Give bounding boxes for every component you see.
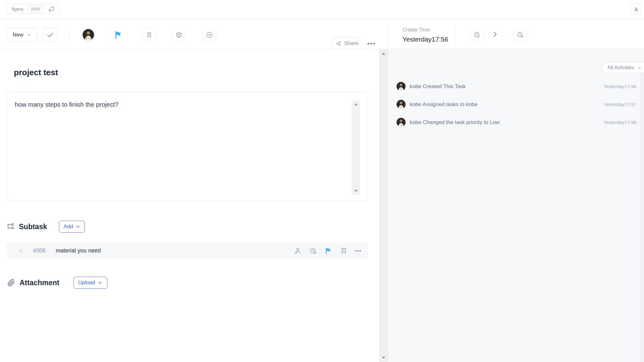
status-label: New (13, 32, 23, 38)
activities-panel: All Activities 24 kobe Created This Task… (388, 49, 644, 362)
clock-start-icon (473, 31, 481, 38)
subtask-checkbox[interactable] (19, 249, 23, 253)
top-tab-bar: figma #005 (0, 0, 644, 20)
more-actions-button[interactable] (365, 39, 377, 48)
upload-attachment-button[interactable]: Upload (73, 277, 107, 289)
create-time-label: Create Time (402, 27, 430, 33)
activity-avatar: 24 (396, 118, 406, 127)
bookmark-tag-button[interactable] (142, 27, 157, 42)
clock-pause-icon (516, 31, 524, 38)
main-scrollbar[interactable] (379, 49, 388, 362)
end-time-button[interactable] (513, 28, 527, 42)
subtask-row[interactable]: #006 material you need (7, 243, 368, 258)
subtask-tree-icon (6, 223, 14, 231)
bookmark-minus-icon[interactable] (340, 247, 347, 254)
task-breadcrumb-chip[interactable]: figma #005 (7, 4, 60, 14)
ellipsis-icon (355, 250, 356, 252)
share-icon (336, 41, 341, 46)
activity-row: 24 kobe Assigned tasks to kobe Yesterday… (389, 100, 644, 109)
project-name: figma (12, 6, 23, 12)
jersey-number: 24 (87, 37, 90, 40)
start-time-button[interactable] (470, 28, 484, 42)
upload-label: Upload (78, 280, 95, 286)
task-id-badge: #005 (27, 6, 44, 12)
activities-scrollbar[interactable] (640, 73, 644, 362)
bookmark-minus-icon (146, 31, 153, 38)
scroll-up-arrow-icon[interactable] (382, 53, 385, 55)
add-label: Add (64, 223, 73, 230)
ellipsis-icon (368, 43, 369, 44)
panel-header: Create Time Yesterday17:56 (388, 20, 644, 49)
version-button[interactable] (202, 27, 217, 42)
version-circle-icon (206, 31, 213, 39)
svg-text:24: 24 (400, 88, 402, 90)
create-time-value: Yesterday17:56 (402, 36, 448, 43)
subtask-title[interactable]: material you need (56, 247, 101, 254)
activity-avatar: 24 (396, 82, 406, 91)
collapse-arrow-icon (633, 6, 639, 12)
subtask-heading: Subtask (19, 223, 47, 231)
activity-row: 24 kobe Changed the task priority to Low… (389, 118, 644, 127)
complete-task-button[interactable] (43, 28, 57, 42)
svg-text:24: 24 (400, 106, 402, 108)
assign-user-icon[interactable] (294, 247, 301, 255)
task-title[interactable]: project test (14, 68, 58, 77)
description-text: how many steps to finish the project? (15, 101, 118, 108)
priority-flag-icon[interactable] (325, 247, 332, 255)
subtask-id: #006 (33, 247, 46, 254)
chevron-down-icon (98, 280, 102, 285)
activities-filter-label: All Activities (607, 65, 634, 71)
checkmark-icon (47, 31, 54, 38)
activity-text: kobe Changed the task priority to Low (410, 119, 499, 126)
toolbar-divider (69, 28, 69, 41)
activity-text: kobe Created This Task (410, 83, 466, 90)
description-scrollbar[interactable] (352, 100, 360, 195)
activity-time: Yesterday17:57 (604, 102, 636, 107)
activity-avatar: 24 (396, 100, 406, 109)
clock-pause-icon[interactable] (309, 247, 317, 255)
subtask-more-button[interactable] (355, 250, 361, 252)
chevron-down-icon (26, 32, 31, 37)
scroll-down-arrow-icon[interactable] (354, 190, 358, 192)
activity-text: kobe Assigned tasks to kobe (410, 101, 477, 108)
task-detail-window: figma #005 New (0, 0, 644, 362)
copy-icon[interactable] (48, 6, 55, 12)
panel-header-divider (455, 26, 455, 43)
activities-filter-dropdown[interactable]: All Activities (603, 62, 644, 73)
scroll-up-arrow-icon[interactable] (354, 103, 358, 105)
activity-row: 24 kobe Created This Task Yesterday17:56 (389, 82, 644, 91)
subtask-section-header: Subtask Add (6, 221, 85, 233)
task-main-content: project test how many steps to finish th… (0, 49, 379, 362)
chevron-down-icon (637, 65, 642, 70)
description-editor[interactable]: how many steps to finish the project? (7, 92, 368, 201)
paperclip-icon (7, 279, 15, 287)
svg-text:24: 24 (400, 124, 402, 126)
attachment-section-header: Attachment Upload (7, 277, 107, 289)
module-button[interactable] (171, 27, 186, 42)
scroll-down-arrow-icon[interactable] (382, 357, 385, 359)
subtask-row-actions (294, 243, 361, 258)
activity-time: Yesterday17:56 (604, 84, 636, 89)
activity-time: Yesterday17:58 (604, 120, 636, 125)
status-dropdown[interactable]: New (6, 28, 38, 42)
priority-flag-icon[interactable] (114, 30, 123, 40)
assignee-avatar[interactable]: 24 (83, 29, 94, 41)
chevron-down-icon (76, 224, 80, 229)
cube-icon (175, 31, 183, 39)
share-label: Share (344, 40, 358, 47)
collapse-window-button[interactable] (630, 4, 641, 14)
task-toolbar: New 24 (0, 20, 388, 49)
add-subtask-button[interactable]: Add (59, 221, 85, 233)
share-button[interactable]: Share (332, 37, 362, 49)
attachment-heading: Attachment (20, 279, 60, 287)
chevron-right-icon (492, 31, 499, 38)
